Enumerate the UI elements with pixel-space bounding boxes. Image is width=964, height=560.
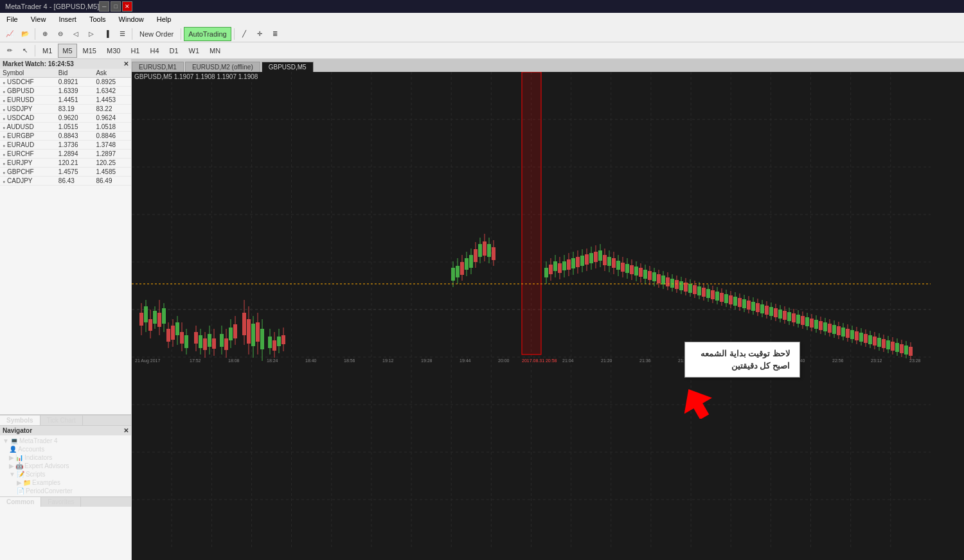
ask-cell: 83.22 bbox=[93, 105, 131, 114]
nav-tab-common[interactable]: Common bbox=[0, 497, 41, 507]
tab-symbols[interactable]: Symbols bbox=[0, 416, 40, 425]
market-watch: Market Watch: 16:24:53 ✕ Symbol Bid Ask … bbox=[0, 59, 131, 415]
svg-rect-84 bbox=[277, 337, 281, 346]
cross-btn[interactable]: ✛ bbox=[253, 27, 267, 41]
sep5 bbox=[35, 45, 35, 57]
candle-btn[interactable]: ☰ bbox=[115, 27, 129, 41]
chart-canvas[interactable]: GBPUSD,M5 1.1907 1.1908 1.1907 1.1908 bbox=[132, 72, 964, 560]
symbol-cell: ● USDJPY bbox=[0, 105, 56, 114]
list-item[interactable]: ● USDCHF 0.8921 0.8925 bbox=[0, 78, 131, 87]
menu-window[interactable]: Window bbox=[115, 15, 148, 23]
titlebar-controls: ─ □ ✕ bbox=[99, 1, 132, 12]
navigator-header: Navigator ✕ bbox=[0, 426, 131, 435]
list-item[interactable]: ● EURGBP 0.8843 0.8846 bbox=[0, 132, 131, 141]
nav-item-period-converter[interactable]: 📄 PeriodConverter bbox=[1, 487, 130, 495]
nav-item-metatrader4[interactable]: ▼ 💻 MetaTrader 4 bbox=[1, 437, 130, 445]
svg-rect-58 bbox=[208, 334, 211, 347]
tf-m30[interactable]: M30 bbox=[102, 44, 125, 58]
nav-tab-favorites[interactable]: Favorites bbox=[41, 497, 81, 507]
fib-btn[interactable]: ≣ bbox=[268, 27, 282, 41]
close-button[interactable]: ✕ bbox=[122, 1, 132, 12]
svg-rect-169 bbox=[679, 281, 683, 290]
svg-rect-235 bbox=[828, 324, 832, 333]
list-item[interactable]: ● EURCHF 1.2894 1.2897 bbox=[0, 150, 131, 159]
minimize-button[interactable]: ─ bbox=[99, 1, 109, 12]
symbol-cell: ● USDCAD bbox=[0, 114, 56, 123]
svg-rect-113 bbox=[553, 261, 557, 271]
indicator-icon: 📊 bbox=[15, 454, 23, 461]
tf-h4[interactable]: H4 bbox=[145, 44, 163, 58]
tf-d1[interactable]: D1 bbox=[165, 44, 183, 58]
svg-rect-209 bbox=[769, 307, 773, 316]
svg-rect-223 bbox=[801, 316, 805, 325]
tf-h1[interactable]: H1 bbox=[126, 44, 144, 58]
list-item[interactable]: ● AUDUSD 1.0515 1.0518 bbox=[0, 123, 131, 132]
titlebar-title: MetaTrader 4 - [GBPUSD,M5] bbox=[5, 3, 99, 10]
list-item[interactable]: ● GBPUSD 1.6339 1.6342 bbox=[0, 87, 131, 96]
navigator-close[interactable]: ✕ bbox=[123, 427, 129, 434]
maximize-button[interactable]: □ bbox=[111, 1, 121, 12]
svg-rect-241 bbox=[841, 328, 845, 337]
list-item[interactable]: ● CADJPY 86.43 86.49 bbox=[0, 177, 131, 186]
sep4 bbox=[234, 28, 235, 40]
chart-tab-eurusd-m1[interactable]: EURUSD,M1 bbox=[132, 62, 184, 72]
list-item[interactable]: ● EURAUD 1.3736 1.3748 bbox=[0, 141, 131, 150]
svg-rect-267 bbox=[900, 344, 904, 353]
zoom-in-btn[interactable]: ⊕ bbox=[38, 27, 52, 41]
toolbar2: ✏ ↖ M1 M5 M15 M30 H1 H4 D1 W1 MN bbox=[0, 42, 964, 59]
menubar: File View Insert Tools Window Help bbox=[0, 13, 964, 26]
list-item[interactable]: ● USDJPY 83.19 83.22 bbox=[0, 105, 131, 114]
nav-item-expert-advisors[interactable]: ▶ 🤖 Expert Advisors bbox=[1, 462, 130, 470]
tf-m15[interactable]: M15 bbox=[78, 44, 101, 58]
svg-rect-135 bbox=[603, 255, 607, 265]
scroll-right-btn[interactable]: ▷ bbox=[84, 27, 98, 41]
svg-rect-255 bbox=[873, 337, 877, 346]
cursor-btn[interactable]: ↖ bbox=[18, 44, 32, 58]
menu-tools[interactable]: Tools bbox=[85, 15, 110, 23]
svg-rect-217 bbox=[787, 312, 791, 321]
open-btn[interactable]: 📂 bbox=[18, 27, 32, 41]
nav-item-accounts[interactable]: 👤 Accounts bbox=[1, 445, 130, 453]
menu-file[interactable]: File bbox=[3, 15, 22, 23]
nav-item-scripts[interactable]: ▼ 📝 Scripts bbox=[1, 470, 130, 478]
svg-rect-50 bbox=[184, 335, 188, 348]
nav-item-indicators[interactable]: ▶ 📊 Indicators bbox=[1, 453, 130, 462]
tf-m1[interactable]: M1 bbox=[38, 44, 57, 58]
pencil-btn[interactable]: ✏ bbox=[3, 44, 17, 58]
tf-mn[interactable]: MN bbox=[205, 44, 225, 58]
new-chart-btn[interactable]: 📈 bbox=[3, 27, 17, 41]
ask-cell: 1.4585 bbox=[93, 168, 131, 177]
autotrading-btn[interactable]: AutoTrading bbox=[184, 27, 231, 41]
svg-rect-183 bbox=[711, 290, 715, 299]
svg-rect-95 bbox=[465, 258, 469, 270]
scroll-left-btn[interactable]: ◁ bbox=[69, 27, 83, 41]
menu-help[interactable]: Help bbox=[153, 15, 175, 23]
line-tool-btn[interactable]: ╱ bbox=[237, 27, 251, 41]
svg-text:20:00: 20:00 bbox=[498, 358, 510, 363]
new-order-btn[interactable]: New Order bbox=[135, 27, 178, 41]
svg-rect-221 bbox=[796, 315, 800, 324]
svg-text:18:56: 18:56 bbox=[344, 358, 355, 363]
svg-rect-151 bbox=[639, 268, 643, 277]
bar-chart-btn[interactable]: ▐ bbox=[100, 27, 114, 41]
symbol-cell: ● AUDUSD bbox=[0, 123, 56, 132]
menu-insert[interactable]: Insert bbox=[55, 15, 80, 23]
bid-cell: 0.8921 bbox=[56, 78, 94, 87]
list-item[interactable]: ● USDCAD 0.9620 0.9624 bbox=[0, 114, 131, 123]
tf-m5[interactable]: M5 bbox=[58, 44, 76, 58]
svg-rect-68 bbox=[233, 324, 237, 338]
tf-w1[interactable]: W1 bbox=[184, 44, 204, 58]
svg-rect-153 bbox=[643, 270, 647, 279]
menu-view[interactable]: View bbox=[27, 15, 50, 23]
ask-cell: 0.9624 bbox=[93, 114, 131, 123]
tab-tick-chart[interactable]: Tick Chart bbox=[40, 416, 83, 425]
nav-item-examples[interactable]: ▶ 📁 Examples bbox=[1, 478, 130, 487]
list-item[interactable]: ● EURUSD 1.4451 1.4453 bbox=[0, 96, 131, 105]
list-item[interactable]: ● GBPCHF 1.4575 1.4585 bbox=[0, 168, 131, 177]
list-item[interactable]: ● EURJPY 120.21 120.25 bbox=[0, 159, 131, 168]
zoom-out-btn[interactable]: ⊖ bbox=[53, 27, 67, 41]
expand-icon: ▼ bbox=[3, 437, 9, 444]
chart-tab-eurusd-m2[interactable]: EURUSD,M2 (offline) bbox=[185, 62, 260, 72]
market-watch-close[interactable]: ✕ bbox=[123, 60, 129, 67]
chart-tab-gbpusd-m5[interactable]: GBPUSD,M5 bbox=[262, 62, 314, 72]
